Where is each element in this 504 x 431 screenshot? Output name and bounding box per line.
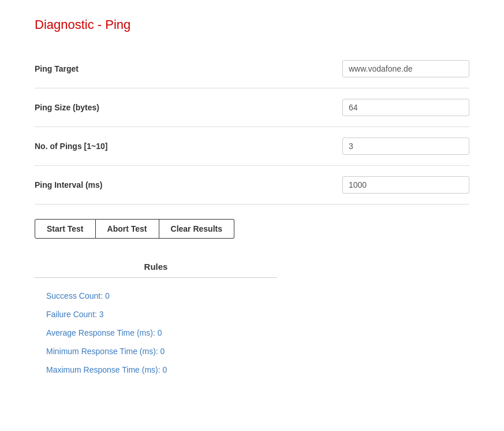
result-item-max-response: Maximum Response Time (ms): 0 (35, 361, 469, 379)
field-label-num-pings: No. of Pings [1~10] (35, 142, 107, 151)
field-input-ping-interval[interactable] (342, 176, 469, 194)
field-input-ping-target[interactable] (342, 60, 469, 77)
result-item-avg-response: Average Response Time (ms): 0 (35, 324, 469, 342)
page-title: Diagnostic - Ping (35, 17, 469, 32)
field-row-ping-interval: Ping Interval (ms) (35, 166, 469, 205)
result-item-min-response: Minimum Response Time (ms): 0 (35, 342, 469, 361)
results-title: Rules (144, 262, 168, 272)
result-item-success-count: Success Count: 0 (35, 287, 469, 305)
field-row-ping-size: Ping Size (bytes) (35, 88, 469, 127)
field-label-ping-interval: Ping Interval (ms) (35, 180, 102, 190)
abort-test-button[interactable]: Abort Test (96, 219, 159, 239)
buttons-row: Start TestAbort TestClear Results (35, 219, 469, 239)
page-container: Diagnostic - Ping Ping TargetPing Size (… (0, 0, 504, 402)
start-test-button[interactable]: Start Test (35, 219, 96, 239)
result-items: Success Count: 0Failure Count: 3Average … (35, 287, 469, 379)
field-input-num-pings[interactable] (342, 138, 469, 155)
clear-results-button[interactable]: Clear Results (159, 219, 234, 239)
field-row-num-pings: No. of Pings [1~10] (35, 127, 469, 166)
field-input-ping-size[interactable] (342, 99, 469, 116)
field-row-ping-target: Ping Target (35, 50, 469, 88)
field-label-ping-size: Ping Size (bytes) (35, 103, 99, 112)
result-item-failure-count: Failure Count: 3 (35, 305, 469, 324)
results-section: Rules Success Count: 0Failure Count: 3Av… (35, 256, 469, 379)
field-label-ping-target: Ping Target (35, 64, 79, 73)
field-rows: Ping TargetPing Size (bytes)No. of Pings… (35, 50, 469, 205)
results-title-row: Rules (35, 256, 277, 278)
